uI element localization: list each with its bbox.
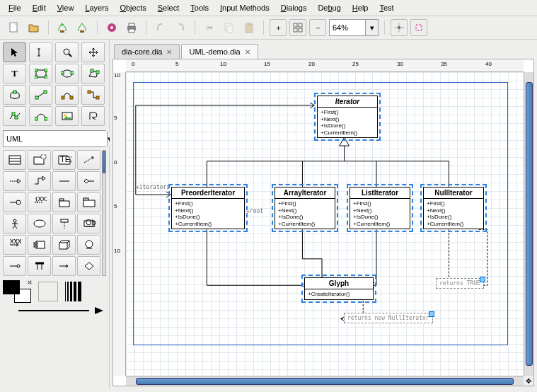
svg-rect-44 [15, 116, 18, 119]
close-icon[interactable]: ✕ [245, 48, 250, 56]
shape-template[interactable] [28, 150, 51, 170]
menu-view[interactable]: View [52, 1, 80, 14]
tool-line[interactable] [29, 85, 52, 105]
class-array-iterator[interactable]: ArrayIterator +First()+Next()+IsDone()+C… [275, 187, 335, 229]
class-glyph[interactable]: Glyph +CreateIterator() [304, 277, 374, 300]
shape-class[interactable] [3, 150, 26, 170]
save-as-button[interactable] [74, 19, 91, 36]
tab-uml-demo[interactable]: UML-demo.dia✕ [181, 44, 258, 59]
nav-corner[interactable]: ✥ [524, 376, 533, 386]
pattern-swatch[interactable] [38, 282, 58, 301]
fg-color[interactable] [3, 280, 20, 294]
shape-smallpackage[interactable] [52, 192, 76, 212]
horizontal-scrollbar[interactable] [126, 376, 524, 386]
line-width-swatch[interactable] [65, 282, 81, 301]
tool-magnify[interactable] [55, 42, 79, 62]
shape-dependency[interactable] [77, 150, 100, 170]
class-iterator[interactable]: Iterator +First()+Next()+IsDone()+Curren… [317, 96, 378, 138]
print-button[interactable] [123, 19, 140, 36]
menu-help[interactable]: Help [347, 1, 374, 14]
shapeset-input[interactable] [4, 131, 107, 146]
svg-rect-2 [80, 30, 84, 33]
shape-aggregation[interactable] [77, 171, 100, 191]
class-list-iterator[interactable]: ListIterator +First()+Next()+IsDone()+Cu… [350, 187, 410, 229]
shape-fork[interactable] [28, 256, 51, 276]
tool-polygon[interactable] [81, 64, 105, 83]
menu-select[interactable]: Select [152, 1, 185, 14]
shape-object[interactable]: Obj [77, 214, 100, 234]
class-null-iterator[interactable]: NullIterator +First()+Next()+IsDone()+Cu… [423, 187, 484, 229]
tool-box[interactable] [29, 64, 52, 83]
tool-outline[interactable] [81, 106, 105, 126]
snap-object-button[interactable] [410, 19, 427, 36]
save-button[interactable] [54, 19, 71, 36]
snap-grid-button[interactable] [391, 19, 408, 36]
zoom-out-button[interactable]: － [309, 19, 326, 36]
copy-button[interactable] [221, 19, 238, 36]
tool-arc[interactable] [55, 85, 79, 105]
cut-button[interactable]: ✂ [201, 19, 218, 36]
zoom-input[interactable] [330, 20, 365, 35]
close-icon[interactable]: ✕ [166, 48, 172, 56]
line-style-selector[interactable] [3, 307, 106, 314]
shape-constraint[interactable]: {xxx} [28, 192, 51, 212]
menu-objects[interactable]: Objects [114, 1, 151, 14]
shapeset-combo[interactable]: ▾ [3, 130, 106, 147]
tool-pointer[interactable] [3, 42, 26, 62]
shape-actor[interactable] [3, 214, 26, 234]
arrow-end-icon[interactable] [95, 307, 103, 314]
shape-lifeline[interactable] [52, 214, 76, 234]
tool-text[interactable]: T [3, 64, 26, 83]
note-returns-null[interactable]: returns new NullIterator [344, 313, 433, 323]
menu-input-methods[interactable]: Input Methods [214, 1, 275, 14]
export-button[interactable] [103, 19, 120, 36]
undo-button[interactable] [152, 19, 169, 36]
shape-realizes[interactable] [3, 171, 26, 191]
menu-dialogs[interactable]: Dialogs [275, 1, 313, 14]
redo-button[interactable] [172, 19, 189, 36]
tool-bezier[interactable] [29, 106, 52, 126]
color-swatch[interactable]: ⤭ [3, 280, 31, 303]
shape-generalization[interactable] [28, 171, 51, 191]
menu-test[interactable]: Test [374, 1, 400, 14]
new-button[interactable] [6, 19, 23, 36]
menu-edit[interactable]: Edit [27, 1, 52, 14]
svg-rect-6 [129, 23, 134, 26]
menu-debug[interactable]: Debug [312, 1, 346, 14]
vertical-scrollbar[interactable] [524, 72, 533, 376]
zoom-fit-button[interactable] [289, 19, 306, 36]
shape-scrollbar[interactable] [102, 150, 106, 276]
tool-text-edit[interactable] [29, 42, 52, 62]
tool-image[interactable] [55, 106, 79, 126]
shape-state[interactable] [3, 256, 26, 276]
swap-colors-icon[interactable]: ⤭ [27, 279, 33, 286]
diagram-canvas[interactable]: +iterators +root Iterator +First()+Next(… [126, 72, 524, 376]
shape-association[interactable] [52, 171, 76, 191]
shape-component[interactable] [28, 235, 51, 255]
tool-scroll[interactable] [81, 42, 105, 62]
zoom-dropdown-icon[interactable]: ▾ [365, 20, 378, 35]
note-returns-true[interactable]: returns TRUE [436, 278, 484, 289]
shape-implements[interactable] [3, 192, 26, 212]
shape-node[interactable] [52, 235, 76, 255]
tool-zigzag[interactable] [81, 85, 105, 105]
menu-tools[interactable]: Tools [185, 1, 214, 14]
shape-usecase[interactable] [28, 214, 51, 234]
shape-classicon[interactable] [77, 235, 100, 255]
zoom-combo[interactable]: ▾ [329, 19, 379, 36]
shape-largepackage[interactable] [77, 192, 100, 212]
shape-message[interactable]: xxx [3, 235, 26, 255]
tab-dia-core[interactable]: dia-core.dia✕ [114, 44, 180, 59]
menu-file[interactable]: File [3, 1, 27, 14]
zoom-in-button[interactable]: ＋ [270, 19, 287, 36]
open-button[interactable] [25, 19, 42, 36]
shape-branch[interactable] [77, 256, 100, 276]
tool-polyline[interactable] [3, 106, 26, 126]
paste-button[interactable] [241, 19, 258, 36]
class-preorder-iterator[interactable]: PreorderIterator +First()+Next()+IsDone(… [171, 187, 245, 229]
shape-note[interactable]: TEXT [52, 150, 76, 170]
shape-transition[interactable] [52, 256, 76, 276]
menu-layers[interactable]: Layers [79, 1, 114, 14]
tool-beziergon[interactable] [3, 85, 26, 105]
tool-ellipse[interactable] [55, 64, 79, 83]
